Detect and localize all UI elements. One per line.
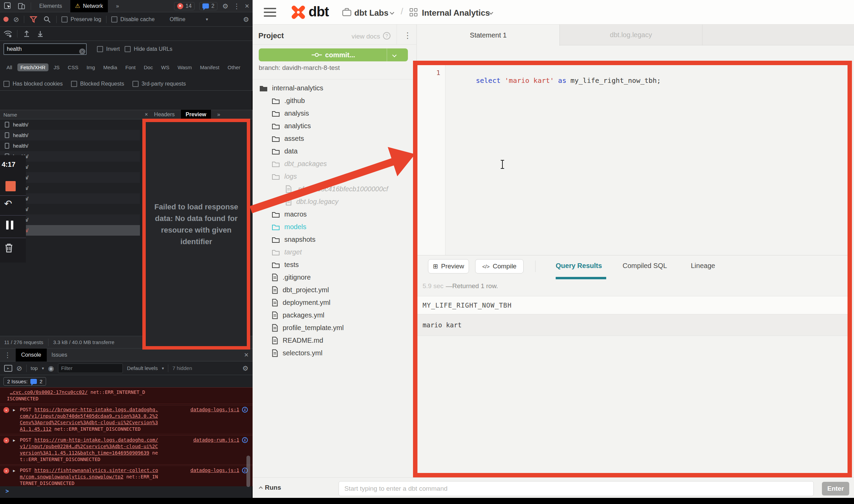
preserve-log-checkbox[interactable]: Preserve log [61,16,101,23]
view-docs-link[interactable]: view docs [352,33,380,40]
hide-data-urls-checkbox[interactable]: Hide data URLs [125,46,172,52]
log-levels-select[interactable]: Default levels [127,365,158,371]
file-tree-item[interactable]: dbt.log.legacy [253,195,416,208]
editor-tab-dbt-log-legacy[interactable]: dbt.log.legacy [560,25,702,45]
trash-icon[interactable] [4,242,14,253]
live-expression-eye-icon[interactable]: ◉ [48,365,54,372]
file-tree-item[interactable]: .github [253,94,416,107]
error-count-badge[interactable]: ✕ 14 [174,2,195,10]
tab-preview[interactable]: Preview [181,110,211,119]
project-kebab-menu-icon[interactable]: ⋮ [403,31,412,40]
file-tree-item[interactable]: .gitignore [253,271,416,284]
console-error-entry[interactable]: ✕ ▶ datadog-logs.js:1 i POSThttps://brow… [0,405,253,434]
close-icon[interactable]: × [245,2,249,10]
console-filter-input[interactable] [58,364,123,373]
invert-checkbox[interactable]: Invert [97,46,120,52]
error-source-link[interactable]: datadog-logs.js:1 [190,467,239,474]
file-tree-item[interactable]: analysis [253,107,416,120]
network-filter-input[interactable] [3,43,87,55]
search-icon[interactable] [43,15,52,24]
kebab-menu-icon[interactable]: ⋮ [4,352,11,358]
request-type-chip[interactable]: JS [51,63,63,71]
expand-triangle-icon[interactable]: ▶ [13,407,15,413]
issues-count-badge[interactable]: 2 [199,2,217,10]
error-source-link[interactable]: datadog-logs.js:1 [190,406,239,413]
tab-network[interactable]: ⚠ Network [70,0,108,12]
file-tree-item[interactable]: macros [253,208,416,221]
network-filter-checkbox[interactable]: Has blocked cookies [3,81,63,87]
file-tree-item[interactable]: logs [253,170,416,183]
info-icon[interactable]: i [242,407,248,413]
account-switcher[interactable]: dbt Labs [354,8,388,18]
more-tabs-icon[interactable]: » [113,1,123,11]
request-type-chip[interactable]: Doc [141,63,156,71]
file-tree-item[interactable]: README.md [253,334,416,347]
file-tree-item[interactable]: target [253,246,416,258]
runs-toggle[interactable]: Runs [259,484,281,491]
dropdown-arrow-icon[interactable]: ▾ [206,17,208,21]
console-scrollbar[interactable] [246,456,250,487]
request-type-chip[interactable]: Img [83,63,98,71]
record-icon[interactable] [3,17,9,22]
inspect-icon[interactable] [3,2,12,11]
network-conditions-icon[interactable] [3,29,12,38]
file-tree-item[interactable]: deployment.yml [253,296,416,309]
tab-elements[interactable]: Elements [36,1,66,11]
error-source-link[interactable]: datadog-rum.js:1 [193,437,239,443]
network-request-row[interactable]: health/ [0,119,140,130]
throttling-select[interactable]: Offline [170,16,185,23]
issues-chip[interactable]: 2 Issues: 2 [3,377,46,386]
request-type-chip[interactable]: Media [100,63,120,71]
commit-button[interactable]: commit... [259,48,408,61]
file-tree-item[interactable]: dbt_project.yml [253,284,416,296]
execution-context-select[interactable]: top [31,365,38,371]
tab-console[interactable]: Console [16,349,47,361]
network-filter-checkbox[interactable]: 3rd-party requests [132,81,186,87]
request-type-chip[interactable]: Manifest [197,63,223,71]
network-settings-gear-icon[interactable]: ⚙ [243,16,249,23]
console-error-entry[interactable]: ✕ ▶ datadog-logs.js:1 i POSThttps://fish… [0,465,253,486]
error-url-link[interactable]: …cvc.co0/0s0002-17ncu0cc02/ [10,389,88,395]
export-har-icon[interactable] [36,29,45,38]
stop-record-icon[interactable] [5,181,16,191]
disable-cache-checkbox[interactable]: Disable cache [111,16,155,23]
enter-button[interactable]: Enter [822,482,849,495]
file-tree-item[interactable]: dbt_packages [253,158,416,170]
file-tree-item[interactable]: analytics [253,120,416,132]
file-tree-item[interactable]: profile_template.yml [253,322,416,334]
commit-dropdown-button[interactable] [387,48,402,61]
expand-triangle-icon[interactable]: ▶ [13,468,15,474]
close-drawer-icon[interactable]: × [244,351,248,359]
file-tree-item[interactable]: internal-analytics [253,82,416,94]
request-type-chip[interactable]: WS [158,63,172,71]
console-settings-gear-icon[interactable]: ⚙ [242,365,248,372]
file-tree-item[interactable]: models [253,221,416,233]
tab-headers[interactable]: Headers [154,112,174,118]
expand-triangle-icon[interactable]: ▶ [13,437,15,444]
hamburger-menu-icon[interactable] [264,8,276,17]
request-type-chip[interactable]: Other [225,63,244,71]
close-detail-icon[interactable]: × [145,112,148,118]
kebab-menu-icon[interactable]: ⋮ [233,3,240,10]
file-tree-item[interactable]: tests [253,258,416,271]
file-tree-item[interactable]: assets [253,132,416,145]
filter-funnel-icon[interactable] [29,15,38,24]
editor-tab-statement-1[interactable]: Statement 1 [417,25,560,46]
network-filter-checkbox[interactable]: Blocked Requests [71,81,124,87]
console-error-entry[interactable]: ✕ ▶ i …cvc.co0/0s0002-17ncu0cc02/ net::E… [0,387,253,404]
request-type-chip[interactable]: Wasm [174,63,195,71]
file-tree-item[interactable]: snapshots [253,233,416,246]
network-request-row[interactable]: health/ [0,140,140,151]
file-tree-item[interactable]: packages.yml [253,309,416,322]
request-type-chip[interactable]: Font [122,63,139,71]
more-detail-tabs-icon[interactable]: » [217,112,220,118]
clear-icon[interactable]: ⊘ [13,16,19,23]
request-type-chip[interactable]: CSS [65,63,82,71]
request-type-chip[interactable]: Fetch/XHR [17,63,48,71]
info-icon[interactable]: i [242,437,248,443]
file-tree-item[interactable]: .nf...3665c416bfecb1000000cf [253,183,416,195]
dbt-logo-icon[interactable] [289,3,307,21]
device-toolbar-icon[interactable] [17,2,26,11]
console-sidebar-icon[interactable]: ▸ [4,365,12,372]
console-prompt-icon[interactable]: > [5,488,9,494]
